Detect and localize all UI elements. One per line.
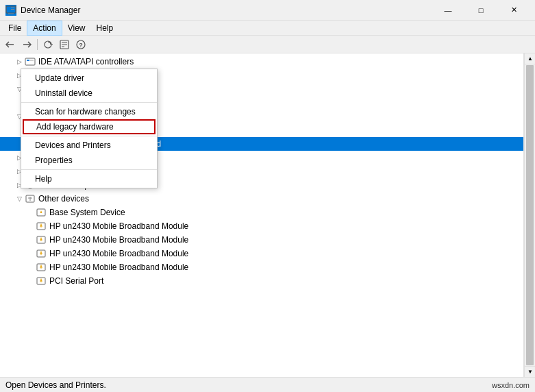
svg-text:?: ? bbox=[79, 42, 83, 49]
icon-hp4 bbox=[36, 262, 47, 273]
chevron-ide-ata: ▷ bbox=[14, 58, 25, 65]
brand-text: wsxdn.com bbox=[492, 381, 530, 389]
svg-marker-72 bbox=[40, 265, 42, 268]
tree-item-base-system[interactable]: ! Base System Device bbox=[0, 206, 523, 219]
menu-separator-3 bbox=[21, 169, 157, 170]
forward-icon bbox=[21, 39, 32, 50]
icon-hp3 bbox=[36, 248, 47, 259]
menu-item-add-legacy[interactable]: Add legacy hardware bbox=[23, 119, 155, 134]
tree-item-hp1[interactable]: HP un2430 Mobile Broadband Module bbox=[0, 219, 523, 233]
icon-other bbox=[25, 193, 36, 204]
help-icon: ? bbox=[75, 39, 86, 50]
menu-separator-1 bbox=[21, 102, 157, 103]
tree-item-ide-ata[interactable]: ▷ IDE ATA/ATAPI controllers bbox=[0, 55, 523, 69]
toolbar-forward-button[interactable] bbox=[19, 37, 34, 52]
menu-item-uninstall-device[interactable]: Uninstall device bbox=[21, 86, 157, 101]
menu-file[interactable]: File bbox=[3, 21, 27, 36]
tree-item-hp3[interactable]: HP un2430 Mobile Broadband Module bbox=[0, 247, 523, 260]
label-hp2: HP un2430 Mobile Broadband Module bbox=[49, 235, 188, 245]
svg-rect-70 bbox=[41, 254, 42, 255]
maximize-button[interactable]: □ bbox=[465, 3, 497, 18]
toolbar-properties-button[interactable] bbox=[57, 37, 72, 52]
menu-bar: File Action View Help bbox=[0, 21, 535, 36]
menu-separator-2 bbox=[21, 136, 157, 136]
scrollbar-vertical[interactable]: ▲ ▼ bbox=[524, 53, 535, 377]
minimize-button[interactable]: — bbox=[432, 3, 464, 18]
svg-rect-76 bbox=[41, 282, 42, 282]
label-ide-ata: IDE ATA/ATAPI controllers bbox=[38, 57, 134, 66]
window-controls: — □ ✕ bbox=[432, 3, 530, 18]
menu-item-properties[interactable]: Properties bbox=[21, 153, 157, 168]
toolbar: ? bbox=[0, 36, 535, 53]
svg-rect-15 bbox=[25, 58, 35, 65]
label-other: Other devices bbox=[38, 194, 89, 204]
svg-rect-2 bbox=[11, 8, 14, 8]
menu-help[interactable]: Help bbox=[91, 21, 119, 36]
window-title: Device Manager bbox=[21, 5, 432, 15]
scan-icon bbox=[42, 39, 53, 50]
icon-hp1 bbox=[36, 221, 47, 232]
tree-item-hp4[interactable]: HP un2430 Mobile Broadband Module bbox=[0, 260, 523, 274]
label-pci-serial: PCI Serial Port bbox=[49, 276, 103, 286]
app-icon bbox=[5, 5, 16, 16]
label-hp3: HP un2430 Mobile Broadband Module bbox=[49, 249, 188, 258]
label-hp1: HP un2430 Mobile Broadband Module bbox=[49, 221, 188, 231]
menu-item-update-driver[interactable]: Update driver bbox=[21, 71, 157, 86]
svg-text:!: ! bbox=[40, 210, 41, 214]
svg-rect-73 bbox=[41, 268, 42, 269]
properties-icon bbox=[59, 39, 70, 50]
menu-item-devices-printers[interactable]: Devices and Printers bbox=[21, 138, 157, 153]
toolbar-help-button[interactable]: ? bbox=[73, 37, 88, 52]
scroll-thumb bbox=[526, 65, 534, 365]
icon-pci-serial bbox=[36, 275, 47, 286]
svg-rect-3 bbox=[11, 9, 14, 10]
menu-view[interactable]: View bbox=[62, 21, 91, 36]
status-text: Open Devices and Printers. bbox=[5, 380, 106, 390]
menu-item-help[interactable]: Help bbox=[21, 171, 157, 186]
svg-rect-67 bbox=[41, 241, 42, 241]
svg-rect-1 bbox=[8, 8, 10, 10]
icon-ide-ata bbox=[25, 56, 36, 67]
toolbar-scan-button[interactable] bbox=[40, 37, 55, 52]
label-base-system: Base System Device bbox=[49, 208, 125, 217]
label-hp4: HP un2430 Mobile Broadband Module bbox=[49, 262, 188, 272]
action-dropdown-menu: Update driver Uninstall device Scan for … bbox=[21, 69, 158, 188]
main-area: ▷ IDE ATA/ATAPI controllers ▷ IEEE 1394 … bbox=[0, 53, 535, 377]
svg-marker-75 bbox=[40, 279, 42, 282]
toolbar-separator bbox=[37, 39, 38, 50]
tree-item-pci-serial[interactable]: PCI Serial Port bbox=[0, 274, 523, 288]
tree-item-hp2[interactable]: HP un2430 Mobile Broadband Module bbox=[0, 233, 523, 247]
tree-item-other[interactable]: ▽ Other devices bbox=[0, 192, 523, 206]
svg-rect-64 bbox=[41, 227, 42, 228]
menu-action[interactable]: Action bbox=[27, 21, 62, 36]
svg-marker-63 bbox=[40, 224, 42, 227]
svg-marker-66 bbox=[40, 238, 42, 241]
toolbar-back-button[interactable] bbox=[3, 37, 18, 52]
scroll-down-button[interactable]: ▼ bbox=[525, 366, 535, 377]
svg-rect-16 bbox=[27, 60, 29, 61]
scroll-up-button[interactable]: ▲ bbox=[525, 53, 535, 64]
close-button[interactable]: ✕ bbox=[498, 3, 530, 18]
menu-item-scan-hardware[interactable]: Scan for hardware changes bbox=[21, 104, 157, 119]
chevron-other: ▽ bbox=[14, 195, 25, 202]
icon-base-system: ! bbox=[36, 207, 47, 218]
status-bar: Open Devices and Printers. wsxdn.com bbox=[0, 377, 535, 392]
title-bar: Device Manager — □ ✕ bbox=[0, 0, 535, 21]
icon-hp2 bbox=[36, 234, 47, 245]
svg-marker-69 bbox=[40, 252, 42, 254]
back-icon bbox=[5, 39, 16, 50]
